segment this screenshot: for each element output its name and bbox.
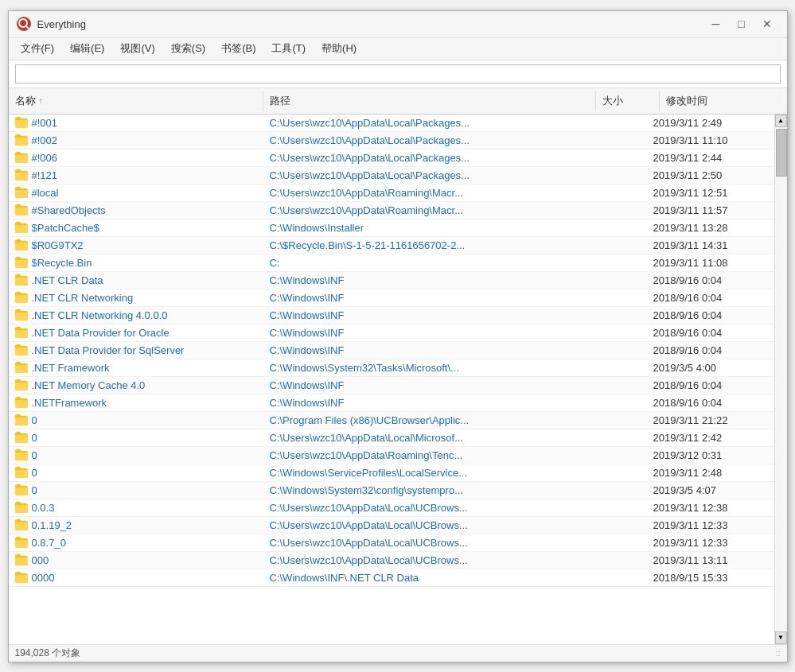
cell-path: C:\Users\wzc10\AppData\Local\UCBrows... bbox=[263, 552, 583, 569]
cell-date: 2018/9/16 0:04 bbox=[647, 324, 774, 341]
table-row[interactable]: .NET Framework C:\Windows\System32\Tasks… bbox=[9, 359, 774, 377]
menu-file[interactable]: 文件(F) bbox=[13, 39, 63, 58]
cell-date: 2018/9/16 0:04 bbox=[647, 342, 774, 359]
scroll-down-button[interactable]: ▼ bbox=[775, 631, 787, 644]
cell-path: C:\Windows\INF bbox=[263, 289, 583, 306]
cell-size bbox=[583, 120, 647, 125]
table-body-container: #!001 C:\Users\wzc10\AppData\Local\Packa… bbox=[9, 115, 787, 644]
menu-tools[interactable]: 工具(T) bbox=[263, 39, 314, 58]
cell-name: 0 bbox=[9, 412, 263, 429]
menu-edit[interactable]: 编辑(E) bbox=[62, 39, 112, 58]
table-row[interactable]: 0.8.7_0 C:\Users\wzc10\AppData\Local\UCB… bbox=[9, 534, 774, 552]
cell-name: 0000 bbox=[9, 569, 263, 586]
cell-name: 0.8.7_0 bbox=[9, 534, 263, 551]
cell-size bbox=[583, 278, 647, 282]
table-row[interactable]: $Recycle.Bin C: 2019/3/11 11:08 bbox=[9, 254, 774, 272]
table-row[interactable]: .NET CLR Data C:\Windows\INF 2018/9/16 0… bbox=[9, 272, 774, 289]
status-text: 194,028 个对象 bbox=[15, 647, 81, 660]
table-row[interactable]: 0 C:\Users\wzc10\AppData\Roaming\Tenc...… bbox=[9, 447, 774, 464]
cell-size bbox=[583, 522, 647, 527]
table-row[interactable]: .NET Memory Cache 4.0 C:\Windows\INF 201… bbox=[9, 377, 774, 394]
column-name[interactable]: 名称 ↑ bbox=[9, 91, 263, 111]
cell-name: 0.0.3 bbox=[9, 499, 263, 516]
cell-name: #local bbox=[9, 185, 263, 201]
cell-date: 2019/3/11 21:22 bbox=[647, 412, 774, 429]
folder-icon bbox=[15, 519, 28, 530]
cell-date: 2019/3/11 13:28 bbox=[647, 219, 774, 236]
scroll-up-button[interactable]: ▲ bbox=[775, 115, 787, 127]
cell-size bbox=[583, 575, 647, 580]
cell-name: $R0G9TX2 bbox=[9, 237, 263, 254]
column-modified[interactable]: 修改时间 bbox=[660, 91, 787, 111]
cell-name: .NETFramework bbox=[9, 394, 263, 411]
table-row[interactable]: $PatchCache$ C:\Windows\Installer 2019/3… bbox=[9, 219, 774, 237]
cell-size bbox=[583, 383, 647, 387]
cell-path: C: bbox=[263, 254, 583, 271]
cell-date: 2019/3/11 2:42 bbox=[647, 429, 774, 446]
cell-name: .NET CLR Networking bbox=[9, 289, 263, 306]
cell-name: 0 bbox=[9, 464, 263, 481]
cell-date: 2018/9/16 0:04 bbox=[647, 377, 774, 394]
cell-name: $PatchCache$ bbox=[9, 219, 263, 236]
cell-size bbox=[583, 540, 647, 545]
folder-icon bbox=[15, 414, 28, 425]
cell-size bbox=[583, 365, 647, 370]
search-input[interactable] bbox=[15, 64, 781, 84]
cell-name: .NET Memory Cache 4.0 bbox=[9, 377, 263, 394]
table-row[interactable]: #local C:\Users\wzc10\AppData\Roaming\Ma… bbox=[9, 185, 774, 202]
table-row[interactable]: #!006 C:\Users\wzc10\AppData\Local\Packa… bbox=[9, 150, 774, 167]
cell-date: 2018/9/16 0:04 bbox=[647, 272, 774, 289]
column-size[interactable]: 大小 bbox=[596, 91, 660, 111]
cell-date: 2019/3/11 2:49 bbox=[647, 115, 774, 131]
table-row[interactable]: 0 C:\Users\wzc10\AppData\Local\Microsof.… bbox=[9, 429, 774, 447]
table-row[interactable]: 0.1.19_2 C:\Users\wzc10\AppData\Local\UC… bbox=[9, 517, 774, 534]
table-container: 名称 ↑ 路径 大小 修改时间 #!001 C:\User bbox=[9, 88, 787, 644]
maximize-button[interactable]: □ bbox=[730, 15, 754, 33]
folder-icon bbox=[15, 187, 28, 198]
cell-path: C:\Users\wzc10\AppData\Local\Packages... bbox=[263, 167, 583, 184]
cell-date: 2018/9/15 15:33 bbox=[647, 569, 774, 586]
cell-size bbox=[583, 138, 647, 142]
cell-name: .NET Framework bbox=[9, 359, 263, 376]
cell-size bbox=[583, 505, 647, 510]
table-row[interactable]: .NET CLR Networking 4.0.0.0 C:\Windows\I… bbox=[9, 307, 774, 324]
cell-date: 2019/3/11 12:33 bbox=[647, 517, 774, 534]
table-row[interactable]: 0 C:\Program Files (x86)\UCBrowser\Appli… bbox=[9, 412, 774, 429]
cell-date: 2019/3/11 2:48 bbox=[647, 464, 774, 481]
table-row[interactable]: .NETFramework C:\Windows\INF 2018/9/16 0… bbox=[9, 394, 774, 412]
cell-date: 2018/9/16 0:04 bbox=[647, 307, 774, 324]
cell-name: .NET CLR Networking 4.0.0.0 bbox=[9, 307, 263, 324]
folder-icon bbox=[15, 274, 28, 286]
table-row[interactable]: #!001 C:\Users\wzc10\AppData\Local\Packa… bbox=[9, 115, 774, 132]
minimize-button[interactable]: ─ bbox=[704, 15, 728, 33]
cell-path: C:\Windows\INF bbox=[263, 272, 583, 289]
scrollbar[interactable]: ▲ ▼ bbox=[774, 115, 787, 644]
menu-bar: 文件(F) 编辑(E) 视图(V) 搜索(S) 书签(B) 工具(T) 帮助(H… bbox=[9, 38, 787, 60]
folder-icon bbox=[15, 239, 28, 251]
cell-path: C:\Users\wzc10\AppData\Local\Packages... bbox=[263, 115, 583, 131]
scroll-thumb[interactable] bbox=[776, 129, 787, 177]
scroll-track[interactable] bbox=[775, 127, 787, 631]
table-row[interactable]: $R0G9TX2 C:\$Recycle.Bin\S-1-5-21-116165… bbox=[9, 237, 774, 254]
table-row[interactable]: #SharedObjects C:\Users\wzc10\AppData\Ro… bbox=[9, 202, 774, 219]
table-row[interactable]: .NET CLR Networking C:\Windows\INF 2018/… bbox=[9, 289, 774, 307]
cell-name: .NET Data Provider for Oracle bbox=[9, 324, 263, 341]
table-row[interactable]: #!002 C:\Users\wzc10\AppData\Local\Packa… bbox=[9, 132, 774, 150]
table-row[interactable]: 0000 C:\Windows\INF\.NET CLR Data 2018/9… bbox=[9, 569, 774, 587]
table-row[interactable]: .NET Data Provider for Oracle C:\Windows… bbox=[9, 324, 774, 342]
menu-search[interactable]: 搜索(S) bbox=[163, 39, 213, 58]
cell-size bbox=[583, 295, 647, 300]
menu-bookmarks[interactable]: 书签(B) bbox=[213, 39, 263, 58]
table-row[interactable]: 000 C:\Users\wzc10\AppData\Local\UCBrows… bbox=[9, 552, 774, 569]
cell-name: #!001 bbox=[9, 115, 263, 131]
menu-help[interactable]: 帮助(H) bbox=[314, 39, 364, 58]
table-row[interactable]: 0 C:\Windows\ServiceProfiles\LocalServic… bbox=[9, 464, 774, 482]
menu-view[interactable]: 视图(V) bbox=[112, 39, 162, 58]
cell-name: #!006 bbox=[9, 150, 263, 166]
table-row[interactable]: #!121 C:\Users\wzc10\AppData\Local\Packa… bbox=[9, 167, 774, 185]
close-button[interactable]: ✕ bbox=[755, 15, 779, 33]
table-row[interactable]: .NET Data Provider for SqlServer C:\Wind… bbox=[9, 342, 774, 359]
column-path[interactable]: 路径 bbox=[263, 91, 596, 111]
table-row[interactable]: 0 C:\Windows\System32\config\systempro..… bbox=[9, 482, 774, 499]
table-row[interactable]: 0.0.3 C:\Users\wzc10\AppData\Local\UCBro… bbox=[9, 499, 774, 517]
